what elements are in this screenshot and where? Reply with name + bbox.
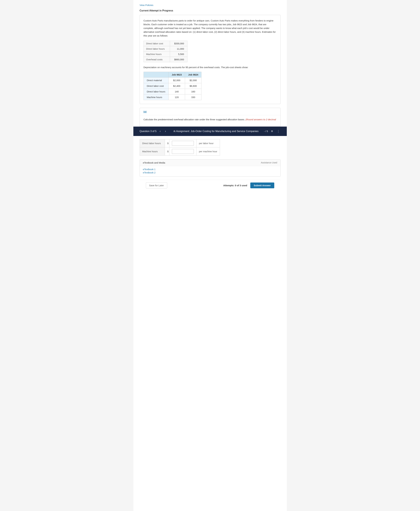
job-row-9823: $2,000 bbox=[168, 77, 185, 83]
estimates-row: Direct labor cost $330,000 bbox=[143, 41, 187, 46]
question-text: Calculate the predetermined overhead all… bbox=[143, 118, 277, 122]
estimates-row: Overhead costs $660,000 bbox=[143, 57, 187, 62]
estimates-row: Direct labor hours 11,000 bbox=[143, 46, 187, 52]
assistance-used: Assistance Used bbox=[261, 161, 277, 164]
prev-question-button[interactable]: ‹ bbox=[158, 129, 162, 133]
round-note: (Round answers to 2 decimal bbox=[246, 118, 276, 121]
etextbook-link-2[interactable]: eTextbook 2 bbox=[143, 171, 277, 174]
attempts-and-submit: Attempts: 0 of 3 used Submit Answer bbox=[223, 183, 274, 188]
nav-count: - / 5 bbox=[264, 130, 268, 132]
section-a-label: (a) bbox=[143, 110, 147, 113]
answer-table: Direct labor hours $ per labor hour Mach… bbox=[140, 139, 220, 156]
estimates-label: Overhead costs bbox=[143, 57, 170, 62]
job-table-row: Direct material $2,000 $2,000 bbox=[143, 77, 202, 83]
etextbook-link-1[interactable]: eTextbook 1 bbox=[143, 168, 277, 171]
next-question-button[interactable]: › bbox=[164, 129, 167, 133]
save-for-later-button[interactable]: Save for Later bbox=[146, 182, 167, 189]
job-table: Job 9823Job 9824 Direct material $2,000 … bbox=[143, 72, 202, 100]
question-counter: Question 3 of 5 bbox=[140, 130, 157, 133]
unit-label: per machine hour bbox=[196, 147, 220, 155]
dollar-sign: $ bbox=[165, 139, 169, 147]
nav-question-area: Question 3 of 5 ‹ › bbox=[140, 129, 167, 133]
section-a-header: (a) bbox=[140, 108, 280, 115]
answer-input[interactable] bbox=[172, 141, 194, 146]
estimates-value: $660,000 bbox=[170, 57, 187, 62]
etextbook-links: eTextbook 1 eTextbook 2 bbox=[140, 166, 280, 176]
unit-label: per labor hour bbox=[196, 139, 220, 147]
estimates-label: Machine hours bbox=[143, 52, 170, 57]
section-a-body: Calculate the predetermined overhead all… bbox=[140, 115, 280, 126]
nav-right-area: - / 5 ≡ ⋮ bbox=[264, 129, 280, 134]
job-row-9824: 160 bbox=[185, 89, 202, 94]
top-section: View Policies Current Attempt in Progres… bbox=[133, 0, 287, 127]
answer-input-cell bbox=[169, 147, 196, 155]
answer-row: Direct labor hours $ per labor hour bbox=[140, 139, 220, 147]
job-table-row: Direct labor cost $2,400 $6,600 bbox=[143, 83, 202, 89]
estimates-row: Machine hours 5,500 bbox=[143, 52, 187, 57]
estimates-table: Direct labor cost $330,000 Direct labor … bbox=[143, 41, 188, 62]
answer-input-cell bbox=[169, 139, 196, 147]
job-row-9823: 120 bbox=[168, 94, 185, 100]
view-policies-link[interactable]: View Policies bbox=[140, 4, 153, 7]
attempts-text: Attempts: 0 of 3 used bbox=[223, 184, 247, 187]
job-row-label: Direct labor cost bbox=[143, 83, 168, 89]
depreciation-text: Depreciation on machinery accounts for 9… bbox=[143, 66, 277, 69]
list-icon-button[interactable]: ≡ bbox=[270, 129, 274, 134]
answer-label: Direct labor hours bbox=[140, 139, 165, 147]
nav-bar: Question 3 of 5 ‹ › rk Assignment: Job-O… bbox=[133, 127, 287, 136]
job-row-9823: $2,400 bbox=[168, 83, 185, 89]
etextbook-title: eTextbook and Media bbox=[143, 161, 165, 164]
job-row-9824: 330 bbox=[185, 94, 202, 100]
answer-label: Machine hours bbox=[140, 147, 165, 155]
submit-answer-button[interactable]: Submit Answer bbox=[250, 183, 274, 188]
estimates-label: Direct labor hours bbox=[143, 46, 170, 52]
estimates-label: Direct labor cost bbox=[143, 41, 170, 46]
problem-box: Custom Auto Parts manufactures parts to … bbox=[140, 15, 280, 104]
etextbook-box: eTextbook and Media Assistance Used eTex… bbox=[140, 159, 280, 176]
answer-input[interactable] bbox=[172, 149, 194, 154]
job-table-row: Direct labor hours 140 160 bbox=[143, 89, 202, 94]
section-a: (a) Calculate the predetermined overhead… bbox=[140, 108, 280, 127]
nav-title: rk Assignment: Job-Order Costing for Man… bbox=[167, 130, 264, 133]
estimates-value: 5,500 bbox=[170, 52, 187, 57]
answer-section: Direct labor hours $ per labor hour Mach… bbox=[133, 136, 287, 193]
job-row-label: Machine hours bbox=[143, 94, 168, 100]
estimates-value: $330,000 bbox=[170, 41, 187, 46]
job-row-label: Direct material bbox=[143, 77, 168, 83]
job-table-empty-header bbox=[143, 72, 168, 77]
page-wrapper: View Policies Current Attempt in Progres… bbox=[133, 0, 287, 511]
job-table-header-Job9824: Job 9824 bbox=[185, 72, 202, 77]
problem-description: Custom Auto Parts manufactures parts to … bbox=[143, 19, 277, 38]
more-icon-button[interactable]: ⋮ bbox=[276, 129, 280, 134]
job-table-row: Machine hours 120 330 bbox=[143, 94, 202, 100]
bottom-bar: Save for Later Attempts: 0 of 3 used Sub… bbox=[140, 180, 280, 191]
job-row-9824: $2,000 bbox=[185, 77, 202, 83]
estimates-value: 11,000 bbox=[170, 46, 187, 52]
current-attempt-label: Current Attempt in Progress bbox=[140, 9, 280, 12]
etextbook-header: eTextbook and Media Assistance Used bbox=[140, 160, 280, 166]
job-row-9824: $6,600 bbox=[185, 83, 202, 89]
job-row-9823: 140 bbox=[168, 89, 185, 94]
job-row-label: Direct labor hours bbox=[143, 89, 168, 94]
answer-row: Machine hours $ per machine hour bbox=[140, 147, 220, 155]
job-table-header-Job9823: Job 9823 bbox=[168, 72, 185, 77]
dollar-sign: $ bbox=[165, 147, 169, 155]
